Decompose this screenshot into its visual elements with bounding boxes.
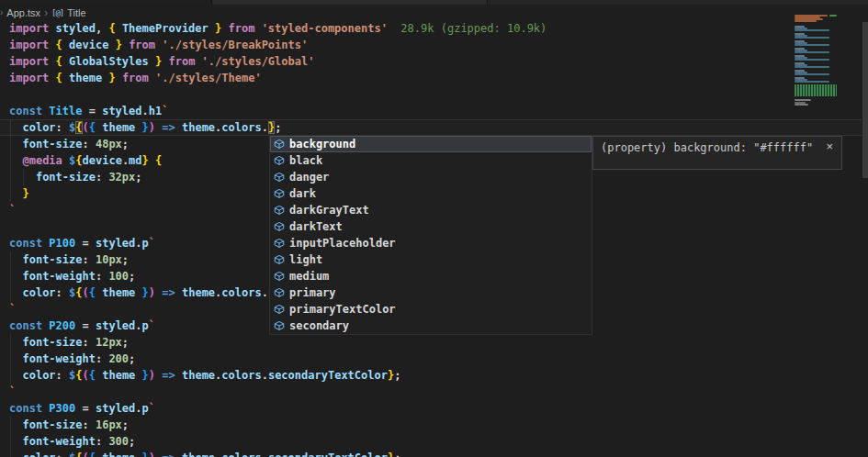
suggestion-item[interactable]: background xyxy=(270,136,592,152)
code-token: md xyxy=(129,154,141,167)
suggestion-item[interactable]: inputPlaceholder xyxy=(270,235,592,251)
code-token: theme xyxy=(102,286,135,299)
code-token: import xyxy=(9,55,49,68)
code-token: 300 xyxy=(108,435,129,448)
code-line[interactable]: ` xyxy=(9,301,16,318)
minimap-line xyxy=(795,99,811,101)
code-line[interactable]: font-size: 12px; xyxy=(9,334,129,351)
code-token: : xyxy=(96,352,108,365)
suggestion-item[interactable]: light xyxy=(270,251,592,268)
suggestion-item[interactable]: black xyxy=(270,152,592,169)
code-line[interactable]: font-size: 32px; xyxy=(9,169,142,185)
breadcrumb: › App.tsx › [@] Title xyxy=(0,5,868,20)
code-token: theme xyxy=(182,451,215,457)
code-line[interactable]: } xyxy=(9,185,29,202)
code-token: . xyxy=(262,121,268,134)
code-line[interactable]: color: ${({ theme }) => theme.colors.}; xyxy=(9,119,281,136)
suggestion-item[interactable]: dark xyxy=(270,185,592,202)
code-line[interactable]: ` xyxy=(9,384,16,400)
code-token xyxy=(149,55,155,68)
breadcrumb-symbol[interactable]: Title xyxy=(67,7,85,18)
vscode-editor-window: › App.tsx › [@] Title import styled, { T… xyxy=(0,0,868,457)
suggestion-item[interactable]: darkGrayText xyxy=(270,202,592,218)
code-line[interactable]: color: ${({ theme }) => theme.colors.sec… xyxy=(9,367,400,384)
suggestion-item[interactable]: danger xyxy=(270,169,592,185)
code-token: font-size xyxy=(22,336,82,349)
minimap[interactable] xyxy=(792,14,842,115)
code-token: 16px xyxy=(96,418,122,431)
close-icon[interactable]: × xyxy=(826,139,833,153)
code-token: . xyxy=(142,105,149,117)
suggestion-item[interactable]: primary xyxy=(270,284,592,301)
code-line[interactable]: const P200 = styled.p` xyxy=(9,318,155,334)
code-token: secondaryTextColor xyxy=(268,451,388,457)
code-line[interactable]: const Title = styled.h1` xyxy=(9,103,168,119)
breadcrumb-file[interactable]: App.tsx xyxy=(6,7,40,18)
indent-guide xyxy=(10,136,11,152)
code-token: h1 xyxy=(149,105,162,117)
code-token: { xyxy=(75,154,82,167)
code-line[interactable]: import styled, { ThemeProvider } from 's… xyxy=(9,20,547,37)
suggestion-item[interactable]: medium xyxy=(270,268,592,284)
scrollbar-thumb[interactable] xyxy=(862,22,868,178)
minimap-line xyxy=(795,51,829,53)
code-line[interactable]: font-size: 16px; xyxy=(9,417,129,433)
code-line[interactable]: font-weight: 100; xyxy=(9,268,135,284)
code-token: } xyxy=(142,154,149,167)
code-token: Title xyxy=(49,105,82,117)
code-line[interactable]: font-size: 48px; xyxy=(9,136,129,152)
code-token: from xyxy=(129,39,155,51)
indent-guide xyxy=(10,367,11,384)
minimap-line xyxy=(829,15,837,17)
code-token: ` xyxy=(149,402,155,415)
code-line[interactable]: const P100 = styled.p` xyxy=(9,235,155,251)
code-token xyxy=(49,39,55,51)
code-token: theme xyxy=(102,451,135,457)
code-token: './styles/Theme' xyxy=(155,72,262,84)
code-token: ; xyxy=(275,121,281,134)
code-token: color xyxy=(22,121,55,134)
code-line[interactable]: font-weight: 300; xyxy=(9,433,135,450)
code-token: ` xyxy=(9,303,16,316)
code-token xyxy=(9,435,22,448)
code-token: => xyxy=(162,286,175,299)
indent-guide xyxy=(10,450,11,457)
code-line[interactable]: ` xyxy=(9,202,16,218)
code-token: theme xyxy=(182,121,215,134)
code-token: . xyxy=(135,402,141,415)
code-token: font-size xyxy=(22,418,82,431)
minimap-line xyxy=(795,81,829,83)
code-token xyxy=(175,121,182,134)
code-line[interactable]: const P300 = styled.p` xyxy=(9,400,155,417)
code-line[interactable]: color: ${({ theme }) => theme.colors.sec… xyxy=(9,450,400,457)
code-line[interactable]: font-size: 10px; xyxy=(9,251,129,268)
code-line[interactable]: @media ${device.md} { xyxy=(9,152,162,169)
code-token: styled xyxy=(102,105,141,117)
code-token: : xyxy=(56,121,69,134)
suggestion-label: inputPlaceholder xyxy=(289,235,396,251)
suggestion-item[interactable]: primaryTextColor xyxy=(270,301,592,318)
code-token: p xyxy=(142,319,149,332)
suggestion-label: medium xyxy=(289,268,329,284)
symbol-field-icon xyxy=(273,220,286,233)
code-token: = xyxy=(75,237,96,250)
code-line[interactable]: font-weight: 200; xyxy=(9,351,135,367)
code-token: import xyxy=(9,72,49,84)
minimap-line xyxy=(795,104,808,106)
symbol-variable-icon: [@] xyxy=(51,8,63,17)
code-token: } xyxy=(142,451,149,457)
suggestion-label: darkGrayText xyxy=(289,202,369,218)
code-token: . xyxy=(262,369,268,382)
code-token xyxy=(135,369,141,382)
code-token: : xyxy=(56,451,69,457)
code-token: color xyxy=(22,451,55,457)
code-line[interactable]: import { theme } from './styles/Theme' xyxy=(9,70,262,86)
suggestion-item[interactable]: secondary xyxy=(270,318,592,334)
suggestion-item[interactable]: darkText xyxy=(270,218,592,235)
code-token: from xyxy=(229,22,255,35)
code-line[interactable]: import { GlobalStyles } from './styles/G… xyxy=(9,53,314,70)
code-line[interactable]: import { device } from './styles/BreakPo… xyxy=(9,37,308,53)
code-token: ; xyxy=(122,138,129,150)
code-token: font-size xyxy=(36,171,96,184)
code-token: ; xyxy=(394,369,400,382)
